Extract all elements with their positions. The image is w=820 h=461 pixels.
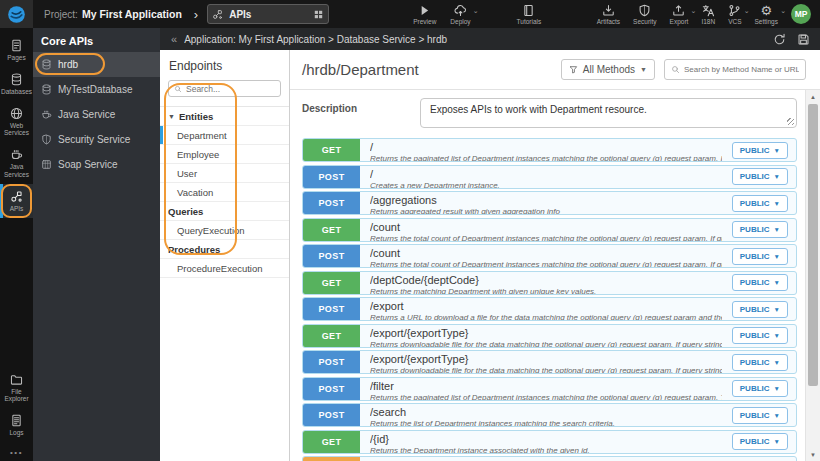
api-row[interactable]: POST /export/{exportType} Returns downlo… — [302, 350, 797, 374]
trayup-icon — [672, 4, 685, 17]
api-row[interactable]: GET /export/{exportType} Returns downloa… — [302, 324, 797, 348]
access-dropdown[interactable]: PUBLIC▼ — [732, 142, 788, 159]
api-path: /deptCode/{deptCode} — [370, 274, 722, 287]
caret-down-icon: ⌄ — [691, 7, 697, 15]
method-badge: GET — [303, 139, 360, 161]
method-search-input[interactable] — [684, 65, 799, 74]
resource-selector[interactable]: APIs — [207, 4, 329, 24]
access-dropdown[interactable]: PUBLIC▼ — [732, 274, 788, 291]
access-dropdown[interactable]: PUBLIC▼ — [732, 301, 788, 318]
user-avatar[interactable]: MP — [791, 4, 811, 24]
tree-node-user[interactable]: User — [160, 164, 289, 183]
refresh-icon[interactable] — [773, 33, 786, 46]
access-dropdown[interactable]: PUBLIC▼ — [732, 221, 788, 238]
rail-item-java-services[interactable]: Java Services — [0, 142, 33, 184]
tutorials-button[interactable]: Tutorials — [517, 4, 542, 25]
access-dropdown[interactable]: PUBLIC▼ — [732, 354, 788, 371]
preview-label: Preview — [413, 18, 436, 25]
tree-node-vacation[interactable]: Vacation — [160, 183, 289, 202]
chevron-right-icon: › — [194, 7, 198, 22]
vcs-label: VCS — [728, 18, 741, 25]
access-dropdown[interactable]: PUBLIC▼ — [732, 248, 788, 265]
rail-item-apis[interactable]: APIs — [0, 184, 33, 218]
scroll-up-arrow[interactable]: ▲ — [806, 90, 820, 103]
tree-node-label: User — [177, 168, 197, 179]
security-button[interactable]: Security — [633, 4, 656, 25]
tree-node-queries[interactable]: Queries — [160, 202, 289, 221]
caret-down-icon: ▼ — [774, 279, 780, 286]
endpoints-search[interactable] — [168, 80, 281, 97]
core-api-item-mytestdatabase[interactable]: MyTestDatabase — [33, 77, 160, 102]
caret-down-icon: ▼ — [774, 385, 780, 392]
core-api-item-soap-service[interactable]: Soap Service — [33, 152, 160, 177]
access-dropdown[interactable]: PUBLIC▼ — [732, 407, 788, 424]
api-row[interactable]: GET /deptCode/{deptCode} Returns the mat… — [302, 271, 797, 295]
method-badge: POST — [303, 351, 360, 373]
app-logo[interactable] — [0, 0, 33, 28]
api-row[interactable]: GET / Returns the paginated list of Depa… — [302, 138, 797, 162]
access-dropdown[interactable]: PUBLIC▼ — [732, 327, 788, 344]
rail-item-file-explorer[interactable]: File Explorer — [0, 367, 33, 409]
rail-item-web-services[interactable]: Web Services — [0, 101, 33, 143]
collapse-panel-icon[interactable]: « — [164, 33, 184, 45]
access-dropdown[interactable]: PUBLIC▼ — [732, 433, 788, 450]
api-row[interactable]: POST /filter Returns the paginated list … — [302, 377, 797, 401]
i18n-label: I18N — [701, 18, 715, 25]
settings-button[interactable]: ⚙ ⌄ Settings — [755, 4, 779, 25]
endpoints-search-input[interactable] — [186, 84, 275, 94]
access-dropdown[interactable]: PUBLIC▼ — [732, 195, 788, 212]
topbar-right-actions: Artifacts Security ⌄ Export I18N ⌄ VCS ⚙… — [597, 4, 820, 25]
vcs-button[interactable]: ⌄ VCS — [728, 4, 741, 25]
api-row[interactable]: POST /aggregations Returns aggregated re… — [302, 191, 797, 215]
method-search[interactable] — [664, 59, 806, 80]
tree-node-procedureexecution[interactable]: ProcedureExecution — [160, 259, 289, 278]
save-icon[interactable] — [797, 33, 810, 46]
rail-item-databases[interactable]: Databases — [0, 67, 33, 101]
core-api-item-java-service[interactable]: Java Service — [33, 102, 160, 127]
tree-node-employee[interactable]: Employee — [160, 145, 289, 164]
core-api-item-hrdb[interactable]: hrdb — [33, 52, 160, 77]
export-button[interactable]: ⌄ Export — [670, 4, 689, 25]
api-row[interactable]: POST /count Returns the total count of D… — [302, 244, 797, 268]
method-badge: GET — [303, 272, 360, 294]
api-row[interactable]: GET /{id} Returns the Department instanc… — [302, 430, 797, 454]
access-dropdown[interactable]: PUBLIC▼ — [732, 168, 788, 185]
tree-node-entities[interactable]: ▼ Entities — [160, 107, 289, 126]
api-row[interactable]: GET /count Returns the total count of De… — [302, 218, 797, 242]
api-info: /export/{exportType} Returns downloadabl… — [360, 351, 732, 373]
core-apis-list: hrdb MyTestDatabase Java Service Securit… — [33, 52, 160, 177]
methods-filter-dropdown[interactable]: All Methods ▼ — [561, 59, 655, 80]
artifacts-button[interactable]: Artifacts — [597, 4, 620, 25]
tree-node-label: Department — [177, 130, 227, 141]
scroll-down-arrow[interactable]: ▼ — [806, 448, 820, 461]
deploy-button[interactable]: ⌄ Deploy — [450, 4, 470, 25]
description-textarea[interactable]: Exposes APIs to work with Department res… — [420, 98, 797, 128]
vertical-scrollbar[interactable]: ▲ ▼ — [805, 90, 820, 461]
preview-button[interactable]: Preview — [413, 4, 436, 25]
file-icon — [10, 39, 23, 52]
globe-icon — [10, 107, 23, 120]
i18n-button[interactable]: I18N — [701, 4, 715, 25]
rail-item-pages[interactable]: Pages — [0, 33, 33, 67]
core-api-item-security-service[interactable]: Security Service — [33, 127, 160, 152]
description-label: Description — [302, 98, 420, 128]
topbar-left-actions: Preview ⌄ Deploy Tutorials — [329, 4, 541, 25]
caret-down-icon: ▼ — [774, 147, 780, 154]
api-list: GET / Returns the paginated list of Depa… — [302, 138, 797, 461]
apps-grid-icon[interactable] — [313, 9, 324, 20]
tutorials-label: Tutorials — [517, 18, 542, 25]
access-dropdown[interactable]: PUBLIC▼ — [732, 380, 788, 397]
tree-node-department[interactable]: Department — [160, 126, 289, 145]
caret-down-icon: ▼ — [774, 200, 780, 207]
api-row[interactable]: POST /export Returns a URL to download a… — [302, 297, 797, 321]
shield-icon — [638, 4, 651, 17]
api-row[interactable]: POST / Creates a new Department instance… — [302, 165, 797, 189]
rail-overflow-dots[interactable]: ••• — [0, 442, 33, 461]
api-row[interactable]: POST /search Returns the list of Departm… — [302, 403, 797, 427]
tree-node-queryexecution[interactable]: QueryExecution — [160, 221, 289, 240]
rail-item-logs[interactable]: Logs — [0, 408, 33, 442]
api-row[interactable] — [302, 456, 797, 461]
scrollbar-thumb[interactable] — [808, 104, 818, 386]
tree-node-procedures[interactable]: Procedures — [160, 240, 289, 259]
coffee-icon — [41, 109, 52, 120]
